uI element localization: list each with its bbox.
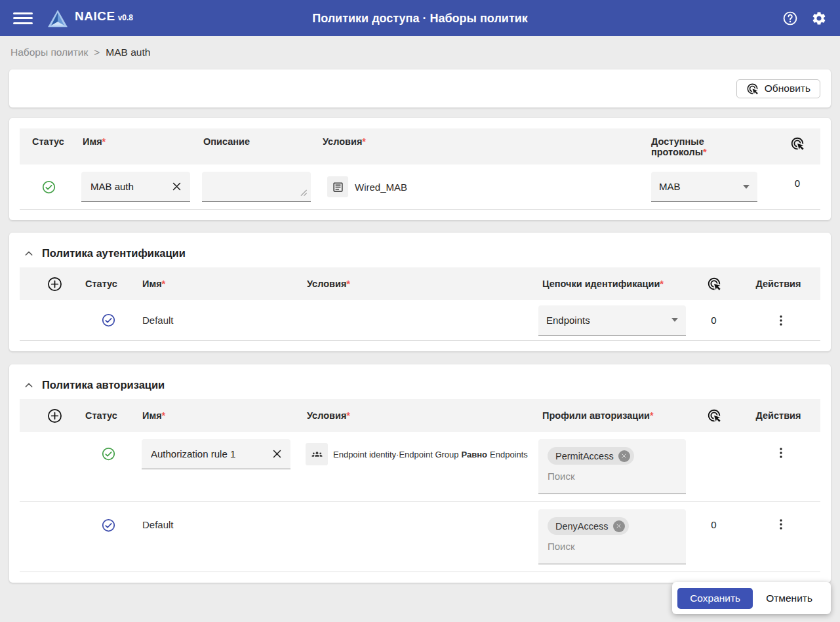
save-cancel-card: Сохранить Отменить [672,582,831,614]
breadcrumb-current: MAB auth [106,47,150,58]
chevron-down-icon [743,185,750,189]
profiles-search-placeholder[interactable]: Поиск [548,471,677,482]
hit-counter-icon [790,136,805,151]
policy-set-description-field[interactable] [202,172,311,202]
col-status: Статус [85,410,131,421]
hit-counter-icon [707,277,721,291]
row-actions-kebab-icon[interactable] [774,446,788,460]
col-description: Описание [198,136,319,147]
authorization-row-rule1: Endpoint identity·Endpoint GroupРавноEnd… [20,432,820,502]
refresh-hits-button[interactable]: Обновить [736,79,820,98]
protocols-select[interactable]: MAB [651,172,757,202]
status-enabled-icon[interactable] [42,180,56,194]
refresh-button-label: Обновить [765,83,810,94]
col-conditions: Условия* [295,410,538,421]
status-enabled-icon[interactable] [102,447,115,461]
col-status: Статус [20,136,77,147]
add-circle-icon [47,408,62,423]
hits-value: 0 [686,315,742,326]
policy-set-description-input[interactable] [210,180,303,193]
required-asterisk: * [703,147,707,157]
naice-logo-icon [47,9,68,28]
status-cell [85,313,131,327]
condition-library-iconbox [327,176,348,197]
remove-chip-icon[interactable] [613,520,625,532]
policy-set-table-header: Статус Имя* Описание Условия* Доступные … [20,128,820,165]
conditions-cell[interactable]: Endpoint identity·Endpoint GroupРавноEnd… [295,443,538,465]
clear-name-icon[interactable] [271,448,283,459]
policy-set-row: Wired_MAB MAB 0 [20,165,820,210]
authorization-row-default: Default DenyAccess Поиск 0 [20,502,820,572]
row-actions-kebab-icon[interactable] [774,517,788,532]
col-status: Статус [85,279,131,289]
help-icon[interactable] [782,10,798,26]
name-cell [131,439,295,469]
profile-chip: PermitAccess [548,447,634,465]
authorization-section-title: Политика авторизации [42,379,165,391]
required-asterisk: * [102,136,106,147]
authentication-table-header: Статус Имя* Условия* Цепочки идентификац… [20,267,820,300]
col-name: Имя* [131,279,295,289]
authentication-row-default: Default Endpoints 0 [20,300,820,341]
description-cell [198,172,319,202]
col-actions: Действия [742,279,820,289]
row-actions-kebab-icon[interactable] [774,313,788,328]
authorization-rule-name-field[interactable] [142,439,290,469]
profiles-cell: PermitAccess Поиск [538,439,686,494]
chevron-down-icon [671,318,678,322]
policy-set-name-input[interactable] [89,180,171,193]
hamburger-menu-icon[interactable] [13,10,33,26]
app-logo: NAICE v0.8 [47,9,133,28]
status-default-icon[interactable] [102,518,115,532]
gear-icon[interactable] [811,10,827,26]
add-rule-cell [20,277,85,292]
resize-handle-icon[interactable] [300,189,308,197]
rule-name: Default [131,519,295,530]
protocols-cell: MAB [643,172,774,202]
col-hits [686,408,742,423]
breadcrumb: Наборы политик > MAB auth [0,36,840,69]
hits-value: 0 [686,519,742,530]
condition-prefix: Endpoint identity·Endpoint Group [333,450,459,459]
identity-chain-cell: Endpoints [538,305,686,336]
status-cell [85,439,131,461]
col-name: Имя* [77,136,198,147]
clear-name-icon[interactable] [171,181,182,192]
col-conditions: Условия* [319,136,643,147]
policy-set-name-field[interactable] [81,172,190,202]
hit-counter-icon [707,408,721,423]
app-bar: NAICE v0.8 Политики доступа · Наборы пол… [0,0,840,36]
identity-chain-selected-value: Endpoints [546,315,590,326]
profiles-search-placeholder[interactable]: Поиск [548,541,677,552]
authorization-rule-name-input[interactable] [150,448,271,460]
collapse-chevron-icon[interactable] [24,248,34,259]
cancel-button[interactable]: Отменить [753,593,826,604]
add-authentication-rule-button[interactable] [47,277,62,292]
required-asterisk: * [346,279,350,289]
add-authorization-rule-button[interactable] [47,408,62,423]
breadcrumb-parent-link[interactable]: Наборы политик [10,47,88,58]
hits-value: 0 [774,172,820,189]
required-asterisk: * [650,410,654,421]
identity-chain-select[interactable]: Endpoints [538,305,686,336]
col-name: Имя* [131,410,295,421]
authorization-profiles-field[interactable]: PermitAccess Поиск [538,439,686,494]
condition-operator: Равно [462,450,488,459]
required-asterisk: * [346,410,350,421]
col-hits [686,277,742,291]
save-button[interactable]: Сохранить [677,588,753,609]
status-default-icon[interactable] [102,313,115,327]
required-asterisk: * [362,136,366,147]
page-title: Политики доступа · Наборы политик [312,11,528,25]
profile-chip-label: PermitAccess [555,451,614,461]
condition-label: Wired_MAB [355,182,407,193]
collapse-chevron-icon[interactable] [24,380,34,391]
policy-set-card: Статус Имя* Описание Условия* Доступные … [9,118,831,220]
conditions-cell[interactable]: Wired_MAB [319,176,643,197]
authorization-profiles-field[interactable]: DenyAccess Поиск [538,509,686,564]
add-rule-cell [20,408,85,423]
required-asterisk: * [162,279,166,289]
col-actions: Действия [742,410,820,421]
col-conditions: Условия* [295,279,538,289]
remove-chip-icon[interactable] [618,450,630,462]
